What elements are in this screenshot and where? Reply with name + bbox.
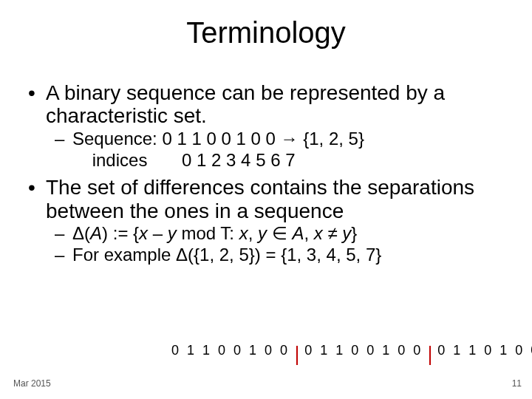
seq-group-2: 0 1 1 0 0 1 0 0 — [304, 343, 423, 358]
txt: , — [304, 223, 313, 243]
slide: Terminology A binary sequence can be rep… — [0, 0, 532, 399]
delta-open: Δ( — [72, 223, 90, 243]
var-x: x — [239, 223, 248, 243]
txt: } — [351, 223, 357, 243]
bullet-1-sub-2: indices 0 1 2 3 4 5 6 7 — [28, 151, 504, 171]
seq-group-3: 0 1 1 0 1 0 0 — [437, 343, 532, 358]
txt: ∈ — [267, 223, 292, 243]
txt: – — [148, 223, 168, 243]
footer-page-number: 11 — [512, 378, 522, 389]
txt: ≠ — [323, 223, 343, 243]
var-y: y — [342, 223, 351, 243]
var-A: A — [292, 223, 304, 243]
txt: , — [248, 223, 258, 243]
slide-body: A binary sequence can be represented by … — [28, 81, 504, 267]
seq-group-1: 0 1 1 0 0 1 0 0 — [171, 343, 290, 358]
bullet-2-sub-1: Δ(A) := {x – y mod T: x, y ∈ A, x ≠ y} — [28, 224, 504, 244]
slide-title: Terminology — [0, 16, 532, 50]
var-x: x — [314, 223, 323, 243]
bullet-2: The set of differences contains the sepa… — [28, 176, 504, 222]
footer-date: Mar 2015 — [13, 378, 51, 389]
bullet-1-sub-1: Sequence: 0 1 1 0 0 1 0 0 → {1, 2, 5} — [28, 129, 504, 149]
bullet-1: A binary sequence can be represented by … — [28, 81, 504, 128]
txt: mod T: — [177, 223, 239, 243]
divider-tick — [429, 346, 431, 365]
var-y: y — [168, 223, 177, 243]
var-y: y — [258, 223, 267, 243]
var-x: x — [139, 223, 148, 243]
divider-tick — [296, 346, 298, 365]
txt: ) := { — [102, 223, 139, 243]
var-A: A — [90, 223, 102, 243]
sequence-illustration: 0 1 1 0 0 1 0 0 0 1 1 0 0 1 0 0 0 1 1 0 … — [171, 341, 532, 361]
bullet-2-sub-2: For example Δ({1, 2, 5}) = {1, 3, 4, 5, … — [28, 245, 504, 265]
